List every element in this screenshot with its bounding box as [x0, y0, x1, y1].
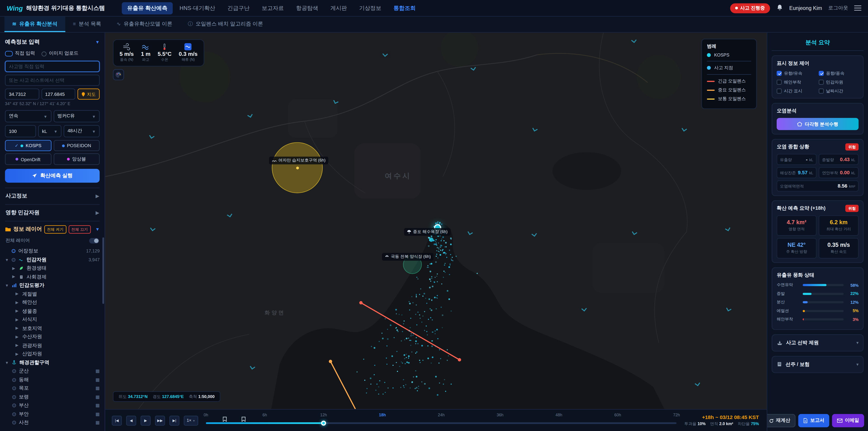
recalculate-button[interactable]: 재계산 [767, 414, 796, 427]
layer-toggle-dot[interactable] [12, 378, 16, 382]
layer-toggle-dot[interactable] [11, 258, 16, 262]
layer-row-sacheon[interactable]: 사천▦ [5, 418, 100, 427]
timeline-track[interactable] [206, 423, 677, 424]
layer-row-socioeconomic[interactable]: ▶ 사회경제 [5, 273, 100, 281]
layer-row-mokpo[interactable]: 목포▦ [5, 384, 100, 393]
grid-layer-icon[interactable]: ▦ [95, 386, 100, 391]
step-back-button[interactable]: ◀ [126, 415, 136, 425]
layer-row-fishery-resource[interactable]: ▶수산자원 [5, 333, 100, 341]
oil-type-select[interactable]: 벙커C유▼ [53, 110, 99, 122]
accident-name-input[interactable] [5, 61, 100, 72]
impact-resources-section[interactable]: 영향 민감자원▶ [5, 204, 100, 221]
checkbox-shore-attachment[interactable]: 해안부착 [777, 79, 816, 85]
layer-group-sensitive[interactable]: ▼ 민감자원 3,947 [5, 255, 100, 264]
expand-icon[interactable]: ▼ [5, 258, 9, 262]
all-layers-off-button[interactable]: 전체 끄기 [68, 225, 91, 234]
timeline-bookmark-icon[interactable] [242, 417, 246, 423]
layer-toggle-dot[interactable] [12, 395, 16, 399]
run-forecast-button[interactable]: 확산예측 실행 [5, 169, 100, 183]
tab-boom-algorithm-theory[interactable]: ⓘ오일펜스 배치 알고리즘 이론 [180, 17, 271, 32]
incident-in-progress-badge[interactable]: 사고 진행중 [730, 3, 770, 13]
vessel-spec-card[interactable]: 사고 선박 제원 ▾ [772, 334, 864, 351]
tab-model-theory[interactable]: ∿유출유확산모델 이론 [109, 17, 180, 32]
map-style-button[interactable] [113, 69, 124, 80]
layer-toggle-dot[interactable] [12, 369, 16, 373]
playback-speed-button[interactable]: 1×▼ [184, 415, 198, 425]
checkbox-current-dir-speed[interactable]: 유향/유속 [777, 70, 816, 76]
layer-row-habitat[interactable]: ▶서식지 [5, 315, 100, 324]
grid-layer-icon[interactable]: ▦ [95, 403, 100, 408]
layer-toggle-dot[interactable] [11, 249, 16, 253]
map-canvas[interactable]: 여자만 습지보호구역 (6h) 종포 해수욕장 (6h) 국동 전복 양식장 (… [105, 33, 767, 409]
layer-row-donghae[interactable]: 동해▦ [5, 376, 100, 384]
notification-bell-icon[interactable] [776, 4, 783, 12]
polygon-analysis-button[interactable]: 다각형 분석수행 [777, 118, 859, 130]
email-button[interactable]: 이메일 [832, 414, 864, 427]
tab-analysis-list[interactable]: ≡분석 목록 [65, 17, 109, 32]
report-button[interactable]: 보고서 [799, 414, 830, 427]
tab-spill-analysis[interactable]: ≋유출유 확산분석 [4, 17, 65, 32]
layer-row-gunsan[interactable]: 군산▦ [5, 367, 100, 376]
grid-layer-icon[interactable]: ▦ [95, 377, 100, 382]
model-chip-kosps[interactable]: ✓KOSPS [5, 140, 51, 151]
timeline-handle[interactable] [321, 421, 326, 426]
latitude-input[interactable] [5, 89, 39, 100]
accident-info-section[interactable]: 사고정보▶ [5, 188, 100, 204]
layer-row-buan[interactable]: 부안▦ [5, 410, 100, 418]
expand-icon[interactable]: ▼ [5, 283, 9, 287]
radio-direct-input[interactable]: 직접 입력 [5, 51, 35, 57]
all-layers-on-button[interactable]: 전체 켜기 [44, 225, 66, 234]
sidebar-scrollbar[interactable] [102, 238, 104, 304]
menu-emergency-rescue[interactable]: 긴급구난 [222, 2, 255, 14]
grid-layer-icon[interactable]: ▦ [95, 411, 100, 417]
checkbox-time-display[interactable]: 시간 표시 [777, 88, 816, 94]
longitude-input[interactable] [41, 89, 75, 100]
layer-row-eco[interactable]: ▶ 환경생태 [5, 264, 100, 273]
skip-end-button[interactable]: ▶| [169, 415, 179, 425]
play-button[interactable]: ▶ [141, 415, 151, 425]
grid-layer-icon[interactable]: ▦ [95, 369, 100, 374]
layer-row-fishery[interactable]: 어장정보 17,129 [5, 247, 100, 255]
layer-toggle-dot[interactable] [12, 387, 16, 390]
layer-toggle-dot[interactable] [12, 404, 16, 407]
layer-row-industrial-resource[interactable]: ▶산업자원 [5, 350, 100, 359]
menu-integrated-search[interactable]: 통합조회 [388, 2, 421, 14]
unit-select[interactable]: kL▼ [38, 125, 61, 137]
prediction-input-section-header[interactable]: 예측정보 입력▼ [5, 37, 100, 49]
spill-type-select[interactable]: 연속▼ [5, 110, 51, 122]
fast-forward-button[interactable]: ▶▶ [155, 415, 165, 425]
pick-on-map-button[interactable]: 지도 [78, 89, 100, 100]
model-chip-opendrift[interactable]: OpenDrift [5, 153, 51, 165]
layer-row-protected-area[interactable]: ▶보호지역 [5, 324, 100, 333]
model-chip-poseidon[interactable]: POSEIDON [53, 140, 99, 151]
menu-weather-info[interactable]: 기상정보 [353, 2, 387, 14]
checkbox-datetime[interactable]: 날짜시간 [819, 88, 859, 94]
layer-row-tourism-resource[interactable]: ▶관광자원 [5, 341, 100, 350]
logout-button[interactable]: 로그아웃 [828, 4, 848, 12]
layer-row-species[interactable]: ▶생물종 [5, 307, 100, 315]
grid-layer-icon[interactable]: ▦ [95, 420, 100, 425]
radio-image-upload[interactable]: 이미지 업로드 [42, 51, 79, 57]
model-chip-ensemble[interactable]: 앙상블 [53, 153, 99, 165]
expand-icon[interactable]: ▶ [12, 266, 16, 271]
layer-row-coastline[interactable]: ▶해안선 [5, 298, 100, 307]
layer-row-busan[interactable]: 부산▦ [5, 401, 100, 410]
hamburger-menu-icon[interactable] [854, 4, 862, 12]
amount-input[interactable] [5, 125, 36, 137]
layer-row-seasonal[interactable]: ▶계절별 [5, 290, 100, 298]
skip-start-button[interactable]: |◀ [112, 415, 122, 425]
all-layers-toggle[interactable] [89, 238, 99, 243]
menu-board[interactable]: 게시판 [325, 2, 352, 14]
expand-icon[interactable]: ▶ [12, 275, 16, 279]
timeline-bookmark-icon[interactable] [223, 417, 227, 423]
layer-row-boryeong[interactable]: 보령▦ [5, 393, 100, 401]
expand-icon[interactable]: ▼ [5, 361, 9, 365]
owner-insurance-card[interactable]: 선주 / 보험 ▾ [772, 356, 864, 373]
grid-layer-icon[interactable]: ▦ [95, 395, 100, 400]
menu-air-search[interactable]: 항공탐색 [290, 2, 324, 14]
layer-toggle-dot[interactable] [12, 412, 16, 416]
layer-toggle-dot[interactable] [12, 421, 16, 425]
accident-list-input[interactable] [5, 75, 100, 86]
duration-select[interactable]: 48시간▼ [64, 125, 100, 137]
menu-oil-spill-forecast[interactable]: 유출유 확산예측 [122, 2, 173, 14]
